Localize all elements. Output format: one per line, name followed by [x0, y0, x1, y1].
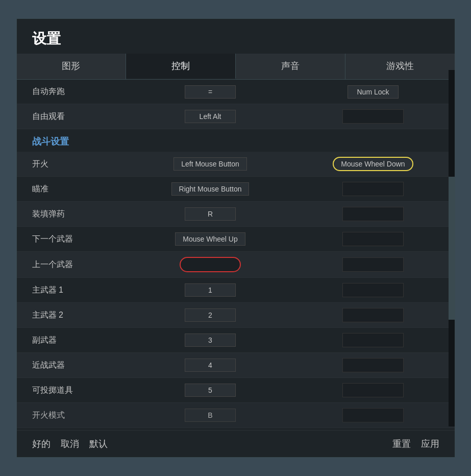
key1-cell[interactable]: Left Mouse Button	[129, 152, 292, 176]
key-box-empty[interactable]	[342, 257, 404, 272]
key-box[interactable]: Left Mouse Button	[173, 157, 247, 171]
section-header-combat: 战斗设置	[17, 129, 455, 152]
key1-cell[interactable]: Mouse Wheel Up	[129, 227, 292, 251]
table-row-next-weapon: 下一个武器 Mouse Wheel Up	[17, 227, 455, 252]
key-box[interactable]: Right Mouse Button	[171, 182, 250, 196]
key1-cell[interactable]	[129, 252, 292, 277]
table-row-fire: 开火 Left Mouse Button Mouse Wheel Down	[17, 152, 455, 177]
key-box[interactable]: B	[185, 409, 236, 422]
table-row-throwable: 可投掷道具 5	[17, 378, 455, 403]
footer: 好的 取消 默认 重置 应用	[17, 430, 455, 457]
apply-button[interactable]: 应用	[421, 438, 439, 450]
key1-cell[interactable]: 1	[129, 278, 292, 302]
key2-cell[interactable]	[292, 177, 455, 201]
key2-cell[interactable]	[292, 104, 455, 129]
row-label: 瞄准	[17, 179, 129, 200]
key2-cell[interactable]	[292, 227, 455, 251]
key2-cell[interactable]	[292, 353, 455, 377]
key-box-empty[interactable]	[342, 182, 404, 196]
table-row-secondary: 副武器 3	[17, 328, 455, 353]
settings-content: 自动奔跑 = Num Lock 自由观看 Left Alt 战斗设置 开火 Le…	[17, 80, 455, 430]
key-box-empty[interactable]	[342, 408, 404, 422]
row-label: 上一个武器	[17, 254, 129, 275]
key-box[interactable]: 3	[185, 334, 236, 347]
row-label: 开火模式	[17, 405, 129, 426]
key2-cell[interactable]: Mouse Wheel Down	[292, 152, 455, 176]
key-box[interactable]: =	[185, 85, 236, 99]
key2-cell[interactable]	[292, 403, 455, 427]
key2-cell[interactable]: Num Lock	[292, 80, 455, 104]
key-box-empty[interactable]	[342, 232, 404, 246]
key-box-red[interactable]	[180, 257, 241, 272]
key1-cell[interactable]: R	[129, 202, 292, 226]
key1-cell[interactable]: 4	[129, 353, 292, 377]
row-label: 副武器	[17, 330, 129, 351]
dialog-title: 设置	[17, 19, 455, 54]
key1-cell[interactable]: 5	[129, 378, 292, 402]
key-box[interactable]: 1	[185, 283, 236, 297]
key-box[interactable]: R	[185, 207, 236, 221]
key-box[interactable]: Left Alt	[185, 110, 236, 123]
key-box[interactable]: 5	[185, 384, 236, 397]
settings-dialog: 设置 图形 控制 声音 游戏性 自动奔跑 = Num Lock 自由观看 Lef…	[16, 18, 455, 458]
key-box-empty[interactable]	[342, 333, 404, 347]
key-box-empty[interactable]	[342, 308, 404, 322]
key1-cell[interactable]: B	[129, 403, 292, 427]
key-box[interactable]: Num Lock	[348, 85, 399, 99]
table-row-fire-mode: 开火模式 B	[17, 403, 455, 428]
table-row-primary2: 主武器 2 2	[17, 303, 455, 328]
table-row-primary1: 主武器 1 1	[17, 278, 455, 303]
key1-cell[interactable]: =	[129, 80, 292, 104]
key1-cell[interactable]: Left Alt	[129, 105, 292, 128]
tab-graphics[interactable]: 图形	[17, 54, 127, 79]
key2-cell[interactable]	[292, 328, 455, 352]
footer-left-buttons: 好的 取消 默认	[32, 438, 108, 450]
tab-audio[interactable]: 声音	[236, 54, 345, 79]
scrollbar-thumb[interactable]	[449, 177, 455, 319]
row-label: 装填弹药	[17, 204, 129, 225]
key-box[interactable]: Mouse Wheel Up	[175, 232, 245, 246]
row-label: 主武器 2	[17, 305, 129, 326]
cancel-button[interactable]: 取消	[61, 438, 79, 450]
key2-cell[interactable]	[292, 278, 455, 302]
scrollbar[interactable]	[449, 70, 455, 426]
row-label: 主武器 1	[17, 280, 129, 301]
ok-button[interactable]: 好的	[32, 438, 51, 450]
key2-cell[interactable]	[292, 378, 455, 402]
key-box-empty[interactable]	[342, 383, 404, 397]
key-box[interactable]: 2	[185, 308, 236, 322]
key-box-empty[interactable]	[342, 207, 404, 221]
table-row-reload: 装填弹药 R	[17, 202, 455, 227]
tab-bar: 图形 控制 声音 游戏性	[17, 54, 455, 80]
key2-cell[interactable]	[292, 303, 455, 327]
key-box[interactable]: 4	[185, 359, 236, 372]
table-row-melee: 近战武器 4	[17, 353, 455, 378]
row-label: 近战武器	[17, 355, 129, 376]
row-label: 自由观看	[17, 106, 129, 127]
footer-right-buttons: 重置 应用	[392, 438, 439, 450]
table-row: 自动奔跑 = Num Lock	[17, 80, 455, 104]
key1-cell[interactable]: 2	[129, 303, 292, 327]
tab-gameplay[interactable]: 游戏性	[345, 54, 455, 79]
row-label: 开火	[17, 154, 129, 175]
row-label: 下一个武器	[17, 229, 129, 250]
tab-controls[interactable]: 控制	[126, 54, 236, 79]
table-row-aim: 瞄准 Right Mouse Button	[17, 177, 455, 202]
key1-cell[interactable]: Right Mouse Button	[129, 177, 292, 201]
default-button[interactable]: 默认	[89, 438, 108, 450]
reset-button[interactable]: 重置	[392, 438, 411, 450]
table-row-prev-weapon: 上一个武器	[17, 252, 455, 278]
table-row: 自由观看 Left Alt	[17, 104, 455, 129]
row-label: 自动奔跑	[17, 81, 129, 102]
key2-cell[interactable]	[292, 252, 455, 277]
key-box-empty[interactable]	[342, 358, 404, 372]
row-label: 可投掷道具	[17, 380, 129, 401]
key2-cell[interactable]	[292, 202, 455, 226]
key-box-empty[interactable]	[342, 109, 404, 124]
key-box-empty[interactable]	[342, 283, 404, 297]
key-box-yellow[interactable]: Mouse Wheel Down	[333, 157, 413, 171]
key1-cell[interactable]: 3	[129, 328, 292, 352]
